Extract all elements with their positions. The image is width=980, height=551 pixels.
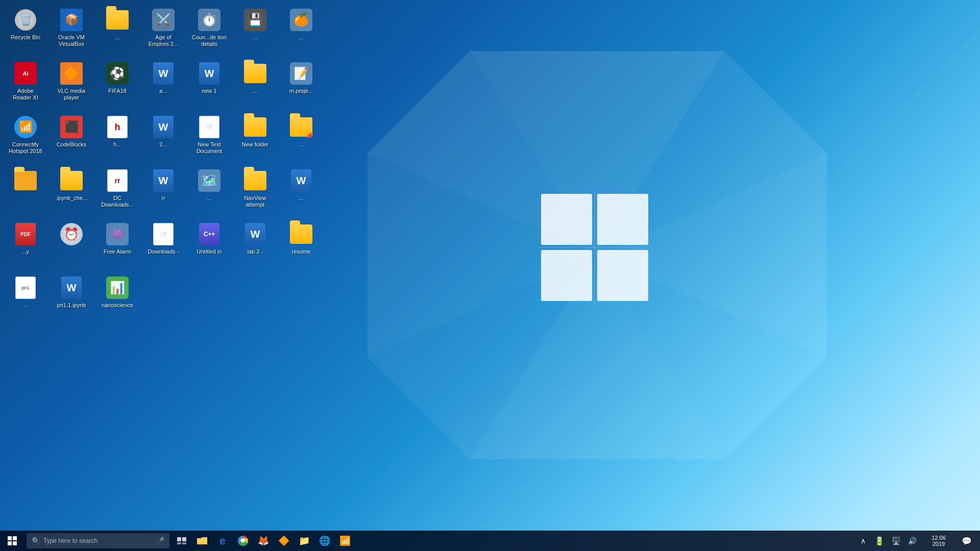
svg-rect-10 [541, 250, 592, 301]
svg-rect-11 [597, 250, 648, 301]
icon-ipynb[interactable] [5, 166, 46, 217]
app8-taskbar[interactable]: 📶 [335, 531, 355, 551]
icon-folder-proj[interactable]: ... [235, 59, 276, 110]
icon-word-doc3[interactable]: W rr [143, 166, 184, 217]
svg-rect-21 [182, 542, 186, 544]
icon-folder-yellow[interactable]: 📌 ... [281, 112, 322, 163]
icon-untitled-in[interactable]: 📄 Downloads - [143, 219, 184, 270]
battery-icon[interactable]: 🔋 [872, 531, 887, 551]
icon-nanoscience[interactable]: W pn1.1.ipynb [51, 273, 92, 311]
svg-marker-1 [597, 51, 827, 255]
icon-resume[interactable]: W lab 2 - [235, 219, 276, 270]
clock[interactable]: 12:06 2019 [921, 531, 957, 551]
icon-oracle-vm[interactable]: 📦 Oracle VM VirtualBox [51, 5, 92, 56]
icon-word-doc2[interactable]: W 2... [143, 112, 184, 163]
svg-rect-19 [182, 537, 186, 541]
icon-new1[interactable]: W new 1 [189, 59, 230, 110]
svg-rect-18 [177, 537, 181, 541]
icon-dc-downloads[interactable]: .ipynb_che... [51, 166, 92, 217]
icon-diskette[interactable]: 💾 ... [235, 5, 276, 56]
svg-marker-0 [470, 51, 725, 255]
desktop-icon-grid: 🗑️ Recycle Bin 📦 Oracle VM VirtualBox ..… [0, 0, 329, 316]
svg-marker-3 [597, 255, 827, 459]
chrome-taskbar[interactable] [233, 531, 253, 551]
icon-recycle-bin[interactable]: 🗑️ Recycle Bin [5, 5, 46, 56]
icon-adobe-reader[interactable]: Ai Adobe Reader XI [5, 59, 46, 110]
icon-note-proj[interactable]: 📝 m.proje... [281, 59, 322, 110]
clock-date: 2019 [933, 541, 945, 547]
icon-connectify[interactable]: 📶 Connectify Hotspot 2018 [5, 112, 46, 163]
icon-rr[interactable]: rr DC Downloads... [97, 166, 138, 217]
svg-rect-17 [13, 541, 17, 545]
svg-marker-7 [368, 51, 597, 255]
icon-new-folder[interactable]: New folder [235, 112, 276, 163]
icon-solar-power[interactable]: PDF ...y [5, 219, 46, 270]
icon-folder3[interactable]: resume [281, 219, 322, 270]
icon-codeblocks[interactable]: ⬛ CodeBlocks [51, 112, 92, 163]
svg-rect-9 [597, 194, 648, 245]
app7-taskbar[interactable]: 🌐 [314, 531, 335, 551]
svg-rect-16 [8, 541, 12, 545]
svg-point-24 [241, 539, 245, 543]
svg-marker-4 [470, 255, 725, 459]
microphone-icon[interactable]: 🎤 [156, 537, 164, 545]
tray-expand[interactable]: ∧ [855, 531, 871, 551]
icon-cpp-lab[interactable]: C++ Untitled in [189, 219, 230, 270]
svg-rect-8 [541, 194, 592, 245]
icon-age-of-empires[interactable]: ⚔️ Age of Empires 2... [143, 5, 184, 56]
svg-marker-6 [368, 153, 597, 357]
windows-logo [368, 51, 827, 459]
svg-rect-20 [177, 542, 181, 544]
icon-fifa18[interactable]: ⚽ FIFA18 [97, 59, 138, 110]
taskbar-search[interactable]: 🔍 🎤 [27, 533, 169, 548]
firefox-taskbar[interactable]: 🦊 [253, 531, 274, 551]
task-view-button[interactable] [172, 531, 192, 551]
notification-center[interactable]: 💬 [958, 531, 976, 551]
svg-marker-2 [597, 153, 827, 357]
volume-icon[interactable]: 🔊 [904, 531, 920, 551]
svg-rect-14 [8, 536, 12, 540]
taskbar: 🔍 🎤 e [0, 531, 980, 551]
icon-navview[interactable]: 🗺️ ... [189, 166, 230, 217]
taskbar-system-tray: ∧ 🔋 🖥️ 🔊 12:06 2019 💬 [855, 531, 980, 551]
desktop: 🗑️ Recycle Bin 📦 Oracle VM VirtualBox ..… [0, 0, 980, 551]
icon-word-doc1[interactable]: W a... [143, 59, 184, 110]
icon-free-alarm[interactable]: ⏰ [51, 219, 92, 270]
icon-vlc[interactable]: 🔶 VLC media player [51, 59, 92, 110]
icon-folder2[interactable]: NavView attempt [235, 166, 276, 217]
search-icon: 🔍 [32, 537, 40, 545]
network-icon[interactable]: 🖥️ [888, 531, 903, 551]
edge-taskbar[interactable]: e [212, 531, 233, 551]
icon-new-text-document[interactable]: 📄 New Text Document [189, 112, 230, 163]
search-input[interactable] [43, 537, 153, 544]
icon-countdown[interactable]: ⏱️ Coun...de tion details [189, 5, 230, 56]
svg-rect-15 [13, 536, 17, 540]
icon-downloads[interactable]: 👾 Free Alarm [97, 219, 138, 270]
vlc-taskbar[interactable]: 🔶 [274, 531, 294, 551]
icon-word-doc4[interactable]: W ... [281, 166, 322, 217]
app6-taskbar[interactable]: 📁 [294, 531, 314, 551]
clock-time: 12:06 [932, 535, 946, 541]
icon-ver1[interactable]: 📊 nanoscience [97, 273, 138, 311]
file-explorer-taskbar[interactable] [192, 531, 212, 551]
svg-marker-5 [368, 255, 597, 459]
icon-txt-h[interactable]: h h... [97, 112, 138, 163]
start-button[interactable] [0, 531, 24, 551]
icon-folder-1[interactable]: ... [97, 5, 138, 56]
icon-fruit[interactable]: 🍊 ... [281, 5, 322, 56]
icon-pn1-ipynb[interactable]: pn1 ... [5, 273, 46, 311]
